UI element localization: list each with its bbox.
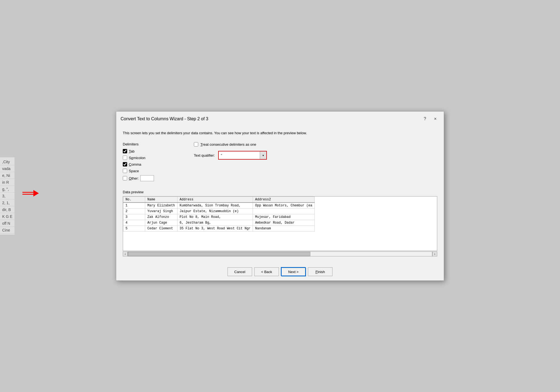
space-label[interactable]: Space	[129, 169, 139, 173]
bg-text-6: 3,	[0, 193, 14, 200]
semicolon-checkbox-item: Semicolon	[123, 156, 183, 160]
table-row: 4Arjun Cage6, Jestharam Bg,Ambedkar Road…	[123, 220, 315, 226]
preview-scrollbar-h: ‹ ›	[123, 251, 437, 256]
close-button[interactable]: ×	[431, 115, 439, 123]
comma-label[interactable]: Comma	[129, 162, 141, 166]
preview-container: No. Name Address Address2 1Mary Elizabet…	[123, 196, 437, 251]
tab-checkbox-item: Tab	[123, 149, 183, 153]
comma-checkbox[interactable]	[123, 162, 127, 166]
other-input-field[interactable]	[140, 175, 154, 181]
bg-text-9: K G E	[0, 213, 14, 220]
space-checkbox-item: Space	[123, 169, 183, 173]
table-row: 3Zak AlfonzoPlot No 8, Main Road,Mujesar…	[123, 214, 315, 220]
table-cell: Zak Alfonzo	[145, 214, 177, 220]
qualifier-row: Text qualifier: " ' {none} ▾	[194, 151, 437, 160]
comma-checkbox-item: Comma	[123, 162, 183, 166]
table-cell: Nandanam	[253, 226, 315, 232]
bg-text-8: dir, B	[0, 206, 14, 213]
bg-text-7: 2, 1,	[0, 200, 14, 206]
data-preview-section: Data preview No. Name Address Address2	[123, 190, 437, 256]
table-cell	[253, 209, 315, 214]
bg-text-11: Cine	[0, 227, 14, 234]
back-button[interactable]: < Back	[254, 267, 279, 276]
table-row: 2Yuvaraj SinghJaipur Estate, Nizammuddin…	[123, 209, 315, 214]
scroll-thumb-h	[128, 252, 310, 256]
consecutive-row: Treat consecutive delimiters as one	[194, 142, 437, 147]
scroll-left-btn[interactable]: ‹	[123, 251, 128, 256]
bg-text-4: in R	[0, 179, 14, 186]
tab-checkbox[interactable]	[123, 149, 127, 153]
finish-button[interactable]: Finish	[308, 267, 332, 276]
preview-table-wrapper[interactable]: No. Name Address Address2 1Mary Elizabet…	[123, 197, 437, 251]
data-preview-label: Data preview	[123, 190, 437, 194]
scroll-right-btn[interactable]: ›	[432, 251, 437, 256]
table-cell: Yuvaraj Singh	[145, 209, 177, 214]
table-cell: Opp Wasan Motors, Chembur (ea	[253, 203, 315, 209]
qualifier-select-wrapper: " ' {none} ▾	[218, 151, 267, 160]
other-checkbox[interactable]	[123, 176, 127, 180]
right-section: Treat consecutive delimiters as one Text…	[194, 142, 437, 183]
table-cell: Jaipur Estate, Nizammuddin (e)	[177, 209, 253, 214]
table-cell: Plot No 8, Main Road,	[177, 214, 253, 220]
other-label[interactable]: Other:	[129, 176, 139, 180]
consecutive-label[interactable]: Treat consecutive delimiters as one	[200, 142, 256, 147]
table-cell: Mujesar, Faridabad	[253, 214, 315, 220]
description-text: This screen lets you set the delimiters …	[123, 131, 437, 136]
tab-label[interactable]: Tab	[129, 149, 135, 153]
preview-header-row: No. Name Address Address2	[123, 197, 315, 203]
delimiters-section: Delimiters Tab Semicolon Comma	[123, 142, 183, 183]
dialog-titlebar: Convert Text to Columns Wizard - Step 2 …	[116, 112, 444, 126]
bg-text-3: e, Ni	[0, 172, 14, 179]
table-cell: Cedar Clement	[145, 226, 177, 232]
table-cell: 35 Flat No 3, West Road West Cit Ngr	[177, 226, 253, 232]
space-checkbox[interactable]	[123, 169, 127, 173]
table-cell: 5	[123, 226, 145, 232]
content-row: Delimiters Tab Semicolon Comma	[123, 142, 437, 183]
bg-text-1: ,City	[0, 159, 14, 165]
table-row: 1Mary ElizabethKumbharwada, Sion Trombay…	[123, 203, 315, 209]
table-cell: 3	[123, 214, 145, 220]
cancel-button[interactable]: Cancel	[228, 267, 252, 276]
table-cell: 4	[123, 220, 145, 226]
consecutive-checkbox[interactable]	[194, 142, 198, 147]
qualifier-label: Text qualifier:	[194, 153, 215, 157]
table-cell: 1	[123, 203, 145, 209]
bg-text-5: g, ",	[0, 186, 14, 193]
col-address2: Address2	[253, 197, 315, 203]
scroll-track-h[interactable]	[128, 251, 432, 256]
col-no: No.	[123, 197, 145, 203]
qualifier-select[interactable]: " ' {none}	[219, 152, 260, 159]
next-button[interactable]: Next >	[281, 267, 306, 276]
col-name: Name	[145, 197, 177, 203]
table-cell: 2	[123, 209, 145, 214]
spreadsheet-background: ,City vada e, Ni in R g, ", 3, 2, 1, dir…	[0, 157, 14, 235]
dialog-title: Convert Text to Columns Wizard - Step 2 …	[121, 116, 208, 121]
semicolon-label[interactable]: Semicolon	[129, 156, 145, 160]
dialog-body: This screen lets you set the delimiters …	[116, 126, 444, 263]
dialog-footer: Cancel < Back Next > Finish	[116, 263, 444, 280]
table-row: 5Cedar Clement35 Flat No 3, West Road We…	[123, 226, 315, 232]
bg-text-2: vada	[0, 165, 14, 172]
titlebar-buttons: ? ×	[421, 115, 439, 123]
table-cell: Arjun Cage	[145, 220, 177, 226]
qualifier-dropdown-icon[interactable]: ▾	[260, 151, 266, 159]
table-cell: Mary Elizabeth	[145, 203, 177, 209]
delimiters-label: Delimiters	[123, 142, 183, 146]
dialog-overlay: Convert Text to Columns Wizard - Step 2 …	[116, 111, 444, 281]
bg-text-10: off N	[0, 220, 14, 227]
table-cell: Kumbharwada, Sion Trombay Road,	[177, 203, 253, 209]
help-button[interactable]: ?	[421, 115, 429, 123]
col-address: Address	[177, 197, 253, 203]
semicolon-checkbox[interactable]	[123, 156, 127, 160]
table-cell: Ambedkar Road, Dadar	[253, 220, 315, 226]
table-cell: 6, Jestharam Bg,	[177, 220, 253, 226]
other-checkbox-item: Other:	[123, 175, 183, 181]
wizard-dialog: Convert Text to Columns Wizard - Step 2 …	[116, 111, 444, 281]
preview-table: No. Name Address Address2 1Mary Elizabet…	[123, 197, 315, 232]
red-arrow	[22, 190, 39, 197]
